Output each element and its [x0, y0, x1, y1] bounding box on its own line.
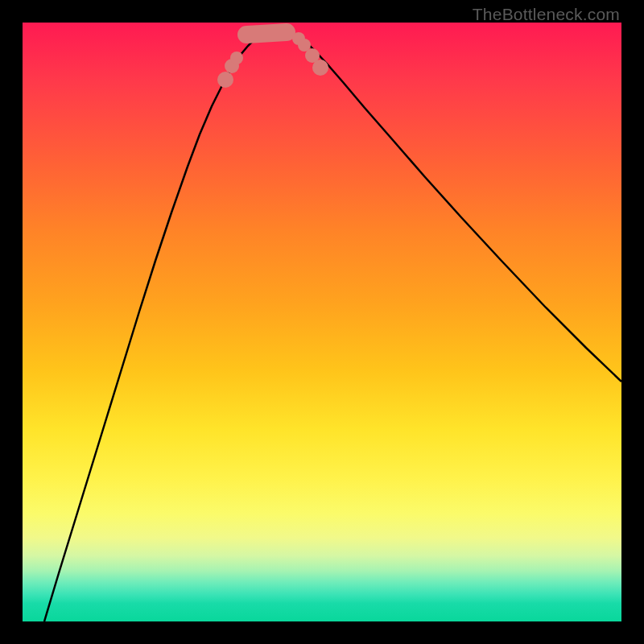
left-curve — [44, 35, 261, 621]
watermark-label: TheBottleneck.com — [473, 5, 620, 24]
marker-dot — [312, 60, 328, 76]
right-curve — [296, 35, 621, 382]
marker-pill — [237, 23, 295, 43]
markers-group — [217, 23, 328, 88]
marker-dot — [230, 52, 243, 64]
marker-dot — [217, 72, 233, 88]
chart-svg — [23, 23, 621, 621]
chart-container: TheBottleneck.com — [0, 0, 644, 644]
plot-area — [23, 23, 621, 621]
